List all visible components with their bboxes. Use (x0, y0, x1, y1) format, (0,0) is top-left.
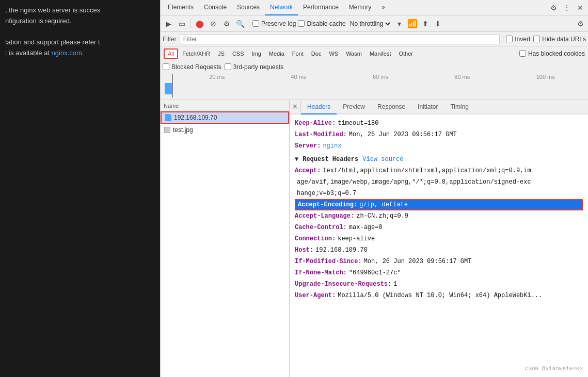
detail-tabs: × Headers Preview Response Initiator Tim… (290, 100, 588, 114)
last-modified-row: Last-Modified: Mon, 26 Jun 2023 09:56:17… (295, 129, 583, 140)
detail-tab-initiator[interactable]: Initiator (411, 100, 444, 114)
detail-tab-response[interactable]: Response (371, 100, 411, 114)
type-btn-other[interactable]: Other (395, 49, 417, 58)
type-btn-doc[interactable]: Doc (308, 49, 325, 58)
request-item-1[interactable]: 192.168.109.70 (161, 111, 289, 124)
third-party-label[interactable]: 3rd-party requests (225, 63, 283, 71)
has-blocked-cookies-text: Has blocked cookies (528, 50, 585, 57)
type-filter-row: All Fetch/XHR JS CSS Img Media Font Doc … (161, 46, 588, 61)
throttle-select[interactable]: No throttling (348, 20, 392, 28)
close-devtools-icon[interactable]: ✕ (575, 2, 586, 13)
preserve-log-checkbox[interactable] (252, 20, 259, 27)
request-item-2[interactable]: test.jpg (161, 124, 289, 136)
nginx-server-link[interactable]: nginx (323, 142, 341, 150)
accept-language-value: zh-CN,zh;q=0.9 (356, 211, 408, 221)
has-blocked-cookies-checkbox[interactable] (519, 50, 526, 57)
request-icon-1 (165, 114, 172, 121)
hide-data-urls-text: Hide data URLs (542, 36, 586, 43)
user-agent-name: User-Agent: (295, 291, 336, 300)
search-icon[interactable]: 🔍 (234, 18, 246, 29)
view-source-button[interactable]: View source (362, 156, 403, 163)
type-filter-right: Has blocked cookies (519, 50, 585, 57)
tab-sources[interactable]: Sources (232, 0, 265, 15)
timeline-header: 20 ms 40 ms 60 ms 80 ms 100 ms (161, 74, 588, 100)
throttle-dropdown-icon[interactable]: ▾ (394, 18, 405, 29)
upgrade-insecure-value: 1 (393, 280, 397, 289)
export-icon[interactable]: ⬇ (432, 18, 443, 29)
hide-data-urls-checkbox[interactable] (533, 36, 540, 42)
timeline-label-20: 20 ms (209, 74, 225, 80)
detail-tab-headers[interactable]: Headers (301, 100, 337, 114)
timeline-line (172, 74, 173, 97)
tab-performance[interactable]: Performance (298, 0, 344, 15)
accept-encoding-row[interactable]: Accept-Encoding: gzip, deflate (295, 199, 583, 210)
blocked-requests-checkbox[interactable] (163, 63, 169, 70)
detail-panel: × Headers Preview Response Initiator Tim… (290, 100, 588, 377)
import-icon[interactable]: ⬆ (420, 18, 431, 29)
detail-tab-preview[interactable]: Preview (337, 100, 371, 114)
type-btn-css[interactable]: CSS (229, 49, 248, 58)
filter-row: Filter Invert Hide data URLs (161, 32, 588, 46)
toolbar-separator-2 (249, 19, 249, 28)
request-list-header: Name (161, 100, 289, 111)
disable-cache-text: Disable cache (307, 20, 345, 27)
more-options-icon[interactable]: ⋮ (561, 2, 573, 13)
disable-cache-checkbox[interactable] (298, 20, 305, 27)
has-blocked-cookies-label[interactable]: Has blocked cookies (519, 50, 585, 57)
if-modified-since-name: If-Modified-Since: (295, 257, 362, 266)
last-modified-name: Last-Modified: (295, 130, 347, 139)
network-settings-icon[interactable]: ⚙ (575, 18, 586, 29)
content-line4: : is available at (5, 49, 52, 57)
type-btn-manifest[interactable]: Manifest (366, 49, 395, 58)
request-icon-2 (164, 126, 171, 134)
type-btn-media[interactable]: Media (265, 49, 288, 58)
tab-memory[interactable]: Memory (344, 0, 376, 15)
nginx-link[interactable]: nginx.com (52, 49, 82, 57)
type-btn-img[interactable]: Img (248, 49, 265, 58)
tab-console[interactable]: Console (199, 0, 232, 15)
tab-more[interactable]: » (376, 0, 390, 15)
filter-input[interactable] (180, 34, 500, 44)
server-name: Server: (295, 141, 321, 151)
stop-button[interactable]: ⊘ (208, 18, 219, 29)
network-content: Name 192.168.109.70 test.jpg (161, 100, 588, 377)
invert-label[interactable]: Invert (506, 36, 530, 43)
close-detail-button[interactable]: × (290, 101, 301, 112)
preserve-log-label[interactable]: Preserve log (252, 20, 296, 27)
cursor-icon[interactable]: ▶ (163, 18, 174, 29)
accept-cont2-row: hange;v=b3;q=0.7 (295, 188, 583, 199)
tab-network[interactable]: Network (265, 0, 298, 15)
disable-cache-label[interactable]: Disable cache (298, 20, 345, 27)
type-btn-font[interactable]: Font (289, 49, 307, 58)
accept-cont2-value: hange;v=b3;q=0.7 (297, 189, 356, 198)
type-btn-all[interactable]: All (164, 48, 178, 59)
content-line1: , the nginx web server is succes (5, 6, 100, 14)
invert-text: Invert (515, 36, 530, 43)
settings-icon[interactable]: ⚙ (548, 2, 559, 13)
tab-elements[interactable]: Elements (163, 0, 199, 15)
type-btn-js[interactable]: JS (214, 49, 228, 58)
hide-data-urls-label[interactable]: Hide data URLs (533, 36, 586, 43)
third-party-checkbox[interactable] (225, 63, 231, 70)
type-btn-wasm[interactable]: Wasm (342, 49, 365, 58)
third-party-text: 3rd-party requests (233, 63, 283, 71)
invert-checkbox[interactable] (506, 36, 513, 42)
cache-control-name: Cache-Control: (295, 223, 347, 232)
device-icon[interactable]: ▭ (176, 18, 187, 29)
accept-language-name: Accept-Language: (295, 211, 354, 221)
last-modified-value: Mon, 26 Jun 2023 09:56:17 GMT (349, 130, 457, 139)
timeline-label-40: 40 ms (291, 74, 307, 80)
type-btn-fetch-xhr[interactable]: Fetch/XHR (179, 49, 214, 58)
blocked-requests-label[interactable]: Blocked Requests (163, 63, 221, 71)
filter-icon[interactable]: ⚙ (221, 18, 232, 29)
detail-tab-timing[interactable]: Timing (444, 100, 475, 114)
user-agent-value: Mozilla/5.0 (Windows NT 10.0; Win64; x64… (338, 291, 542, 300)
triangle-icon: ▼ (295, 156, 298, 163)
keep-alive-value: timeout=180 (338, 119, 378, 128)
content-line2: nfiguration is required. (5, 17, 72, 25)
doc-icon-1 (165, 114, 171, 121)
record-button[interactable]: ⬤ (194, 18, 205, 29)
detail-content: Keep-Alive: timeout=180 Last-Modified: M… (290, 114, 588, 377)
if-none-match-row: If-None-Match: "649960c1-27c" (295, 267, 583, 278)
type-btn-ws[interactable]: WS (325, 49, 342, 58)
